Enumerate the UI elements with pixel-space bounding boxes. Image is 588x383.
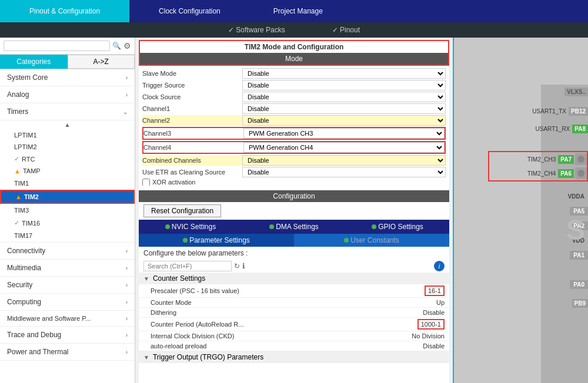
combined-channels-select[interactable]: Disable <box>242 155 446 166</box>
pb9-pin: PB9 <box>553 299 588 308</box>
counter-settings-section: ▼ Counter Settings Prescaler (PSC - 16 b… <box>139 273 449 351</box>
sidebar-sub-item-rtc[interactable]: ✓ RTC <box>0 153 135 165</box>
autoreload-label: auto-reload preload <box>151 342 423 350</box>
sidebar-item-timers[interactable]: Timers ⌄ <box>0 103 135 120</box>
channel3-row: Channel3 PWM Generation CH3 <box>142 127 446 140</box>
slave-mode-select[interactable]: Disable <box>242 68 446 79</box>
sidebar-sub-item-lptim1[interactable]: LPTIM1 <box>0 129 135 141</box>
categories-tab[interactable]: Categories <box>0 55 68 69</box>
use-etr-row: Use ETR as Clearing Source Disable <box>142 167 446 177</box>
counter-period-value[interactable]: 1000-1 <box>417 319 445 330</box>
trgo-header[interactable]: ▼ Trigger Output (TRGO) Parameters <box>139 351 449 363</box>
sidebar: 🔍 ⚙ Categories A->Z System Core › Analog… <box>0 38 135 383</box>
channel1-select[interactable]: Disable <box>242 103 446 114</box>
chevron-right-icon: › <box>126 315 128 322</box>
sidebar-sub-item-lptim2[interactable]: LPTIM2 <box>0 141 135 153</box>
info-icon[interactable]: ℹ <box>242 262 245 270</box>
sidebar-item-power[interactable]: Power and Thermal › <box>0 344 135 361</box>
parameter-settings-tab[interactable]: Parameter Settings <box>139 234 294 247</box>
nvic-settings-tab[interactable]: NVIC Settings <box>139 220 242 234</box>
status-green2-icon: ✓ <box>14 219 19 227</box>
pinout-nav[interactable]: ✓ Pinout <box>332 26 360 34</box>
chevron-right-icon: › <box>126 248 128 254</box>
sidebar-item-system-core[interactable]: System Core › <box>0 69 135 86</box>
counter-mode-label: Counter Mode <box>151 299 436 306</box>
tim2-ch4-pin: TIM2_CH4 PA6 <box>489 166 587 180</box>
gear-icon[interactable]: ⚙ <box>123 41 131 51</box>
chevron-right-icon: › <box>126 75 128 81</box>
nvic-status-dot <box>165 224 170 229</box>
use-etr-select[interactable]: Disable <box>242 167 446 177</box>
clock-division-row: Internal Clock Division (CKD) No Divisio… <box>139 331 449 341</box>
project-manage-tab[interactable]: Project Manage <box>250 0 346 22</box>
sidebar-sub-item-tim1[interactable]: TIM1 <box>0 177 135 190</box>
sidebar-item-analog[interactable]: Analog › <box>0 86 135 103</box>
chevron-right-icon: › <box>126 332 128 338</box>
param-search-input[interactable] <box>143 261 232 271</box>
info-circle-icon[interactable]: i <box>434 261 445 271</box>
trigger-source-label: Trigger Source <box>142 82 242 89</box>
sidebar-item-multimedia[interactable]: Multimedia › <box>0 260 135 277</box>
clock-source-select[interactable]: Disable <box>242 92 446 102</box>
sidebar-search-input[interactable] <box>4 41 110 51</box>
counter-period-row: Counter Period (AutoReload R... 1000-1 <box>139 318 449 331</box>
collapse-arrow-icon: ▲ <box>65 122 71 128</box>
prescaler-value[interactable]: 16-1 <box>425 285 445 296</box>
right-panel: VLXS.. USART1_TX PB12 USART1_RX PA8 TIM2… <box>453 38 588 383</box>
config-title: TIM2 Mode and Configuration <box>140 41 448 53</box>
status-warning-active-icon: ▲ <box>15 193 22 200</box>
status-warning-icon: ▲ <box>14 167 21 174</box>
vdda-pin: VDDA <box>564 192 588 201</box>
vlxs-pin: VLXS.. <box>564 88 588 96</box>
gpio-settings-tab[interactable]: GPIO Settings <box>346 220 449 234</box>
use-etr-label: Use ETR as Clearing Source <box>142 169 242 176</box>
chevron-right-icon: › <box>126 265 128 271</box>
counter-settings-header[interactable]: ▼ Counter Settings <box>139 273 449 284</box>
counter-mode-row: Counter Mode Up <box>139 298 449 308</box>
sidebar-sub-item-tim17[interactable]: TIM17 <box>0 229 135 242</box>
user-const-status-dot <box>344 238 349 243</box>
channel2-select[interactable]: Disable <box>242 115 446 126</box>
sidebar-sub-item-tamp[interactable]: ▲ TAMP <box>0 165 135 177</box>
sidebar-item-middleware[interactable]: Middleware and Software P... › <box>0 311 135 327</box>
pinout-config-tab[interactable]: Pinout & Configuration <box>0 0 129 22</box>
reset-config-button[interactable]: Reset Configuration <box>143 204 221 217</box>
tim2-ch3-pin: TIM2_CH3 PA7 <box>489 152 587 166</box>
channel4-select[interactable]: PWM Generation CH4 <box>243 142 445 153</box>
refresh-icon[interactable]: ↻ <box>234 262 240 270</box>
trigger-source-select[interactable]: Disable <box>242 80 446 90</box>
sidebar-item-connectivity[interactable]: Connectivity › <box>0 242 135 260</box>
dma-settings-tab[interactable]: DMA Settings <box>242 220 346 234</box>
sidebar-item-computing[interactable]: Computing › <box>0 294 135 311</box>
trgo-arrow-icon: ▼ <box>143 354 149 361</box>
atoz-tab[interactable]: A->Z <box>68 55 135 69</box>
combined-channels-label: Combined Channels <box>142 157 242 164</box>
sidebar-sub-item-tim2[interactable]: ▲ TIM2 <box>0 190 135 204</box>
clock-source-row: Clock Source Disable <box>142 92 446 102</box>
clock-config-tab[interactable]: Clock Configuration <box>129 0 250 22</box>
sidebar-sub-item-tim3[interactable]: TIM3 <box>0 204 135 217</box>
param-status-dot <box>183 238 188 243</box>
xor-checkbox[interactable] <box>142 179 150 186</box>
channel3-select[interactable]: PWM Generation CH3 <box>243 128 445 139</box>
counter-period-label: Counter Period (AutoReload R... <box>151 321 417 328</box>
prescaler-row: Prescaler (PSC - 16 bits value) 16-1 <box>139 284 449 298</box>
param-desc: Configure the below parameters : <box>139 247 449 260</box>
software-packs-nav[interactable]: ✓ Software Packs <box>228 26 285 34</box>
user-constants-tab[interactable]: User Constants <box>294 234 449 247</box>
channel1-label: Channel1 <box>142 105 242 112</box>
sidebar-sub-item-tim16[interactable]: ✓ TIM16 <box>0 217 135 229</box>
pa0-pin: PA0 <box>570 280 588 289</box>
dma-status-dot <box>269 224 274 229</box>
trigger-source-row: Trigger Source Disable <box>142 80 446 90</box>
clock-division-label: Internal Clock Division (CKD) <box>151 332 412 340</box>
dithering-row: Dithering Disable <box>139 308 449 318</box>
pa1-pin: PA1 <box>570 251 588 260</box>
gpio-status-dot <box>372 224 376 229</box>
channel2-label: Channel2 <box>142 117 242 124</box>
center-panel: TIM2 Mode and Configuration Mode Slave M… <box>135 38 453 383</box>
sidebar-item-trace[interactable]: Trace and Debug › <box>0 327 135 344</box>
dithering-label: Dithering <box>151 309 423 316</box>
sidebar-item-security[interactable]: Security › <box>0 277 135 294</box>
usart1-tx-pin: USART1_TX PB12 <box>532 107 588 116</box>
